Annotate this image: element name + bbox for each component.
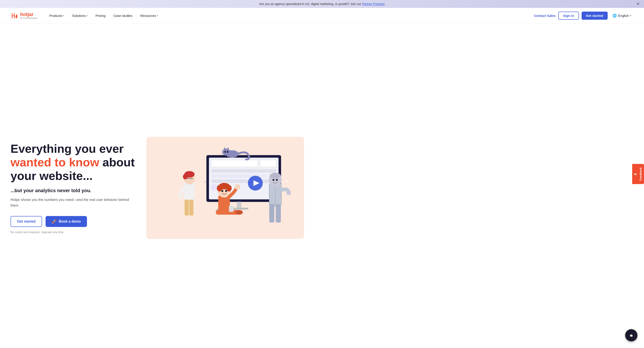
globe-icon: 🌐 <box>612 13 617 18</box>
partner-program-link[interactable]: Partner Program <box>362 2 385 6</box>
svg-point-14 <box>222 149 230 156</box>
svg-rect-22 <box>184 182 195 200</box>
hotjar-logo-icon <box>10 12 18 20</box>
no-credit-text: No credit card required. Upgrade any tim… <box>10 231 138 234</box>
rocket-icon: 🚀 <box>52 219 56 224</box>
contact-sales-link[interactable]: Contact Sales <box>534 14 556 17</box>
svg-rect-4 <box>260 160 276 167</box>
svg-rect-3 <box>211 160 258 167</box>
svg-point-18 <box>227 151 228 153</box>
announcement-bar: Are you an agency specialized in UX, dig… <box>0 0 644 8</box>
hero-buttons: Get started 🚀 Book a demo <box>10 216 138 227</box>
svg-point-32 <box>217 185 222 192</box>
feedback-label: Feedback <box>639 167 642 181</box>
nav-solutions[interactable]: Solutions ▾ <box>69 12 91 19</box>
hero-title-before: Everything you ever <box>10 142 124 155</box>
language-label: English <box>618 14 629 17</box>
logo[interactable]: hotjar by Contentsquare <box>10 12 38 20</box>
solutions-chevron-icon: ▾ <box>86 14 88 17</box>
svg-point-17 <box>224 151 226 153</box>
hero-section: Everything you ever wanted to know about… <box>0 24 644 348</box>
svg-rect-35 <box>229 206 234 212</box>
chat-button[interactable] <box>625 329 638 342</box>
svg-rect-9 <box>237 202 242 208</box>
language-selector[interactable]: 🌐 English ▾ <box>610 12 634 19</box>
svg-rect-41 <box>269 204 274 223</box>
svg-point-33 <box>226 185 232 192</box>
svg-text:✦: ✦ <box>285 179 289 184</box>
get-started-hero-button[interactable]: Get started <box>10 216 42 227</box>
svg-point-45 <box>272 179 274 181</box>
hero-description: Hotjar shows you the numbers you need—an… <box>10 197 138 208</box>
svg-point-25 <box>183 174 188 179</box>
nav-links: Products ▾ Solutions ▾ Pricing Case stud… <box>46 12 534 19</box>
hero-subtitle: ...but your analytics never told you. <box>10 188 138 193</box>
products-chevron-icon: ▾ <box>63 14 64 17</box>
email-icon: ✉ <box>634 172 637 176</box>
hero-illustration[interactable]: ✦ ✦ <box>146 137 304 239</box>
chat-icon <box>628 333 634 338</box>
resources-chevron-icon: ▾ <box>157 14 158 17</box>
svg-point-36 <box>222 190 223 192</box>
nav-pricing[interactable]: Pricing <box>92 12 109 19</box>
hero-svg-illustration: ✦ ✦ <box>146 137 304 239</box>
hero-title: Everything you ever wanted to know about… <box>10 142 138 183</box>
svg-rect-21 <box>189 199 194 216</box>
svg-point-29 <box>236 210 243 215</box>
svg-rect-20 <box>185 199 189 216</box>
announcement-close-button[interactable]: ✕ <box>636 1 640 6</box>
main-nav: hotjar by Contentsquare Products ▾ Solut… <box>0 8 644 24</box>
nav-resources[interactable]: Resources ▾ <box>137 12 161 19</box>
announcement-text: Are you an agency specialized in UX, dig… <box>259 2 362 6</box>
hero-title-highlight: wanted to know <box>10 156 99 169</box>
nav-products[interactable]: Products ▾ <box>46 12 67 19</box>
get-started-nav-button[interactable]: Get started <box>582 11 608 20</box>
logo-sub: by Contentsquare <box>20 17 38 19</box>
nav-actions: Contact Sales Sign in Get started 🌐 Engl… <box>534 11 634 20</box>
svg-text:✦: ✦ <box>204 180 207 184</box>
svg-point-37 <box>225 190 227 192</box>
svg-point-47 <box>286 191 291 195</box>
svg-rect-5 <box>211 169 276 173</box>
book-demo-label: Book a demo <box>59 220 80 223</box>
sign-in-button[interactable]: Sign in <box>558 11 579 20</box>
nav-case-studies[interactable]: Case studies <box>110 12 136 19</box>
feedback-tab[interactable]: ✉ Feedback <box>632 164 644 184</box>
svg-point-34 <box>234 184 240 190</box>
hero-content: Everything you ever wanted to know about… <box>10 142 138 234</box>
logo-brand: hotjar <box>20 12 38 17</box>
book-demo-button[interactable]: 🚀 Book a demo <box>46 216 87 227</box>
language-chevron-icon: ▾ <box>630 14 631 17</box>
svg-rect-42 <box>276 204 281 223</box>
svg-point-46 <box>276 179 278 181</box>
svg-point-44 <box>270 173 281 178</box>
